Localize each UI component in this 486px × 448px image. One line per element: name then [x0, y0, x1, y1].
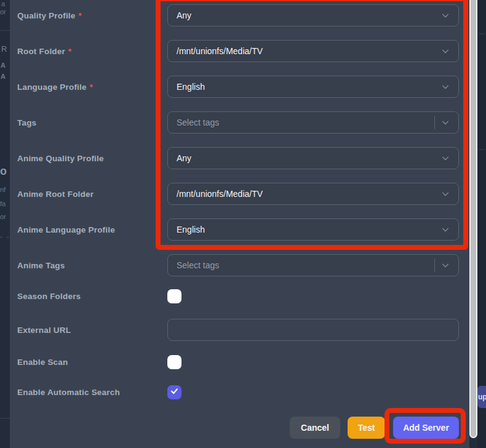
page-backdrop-right: up — [477, 0, 486, 448]
external-url-field[interactable] — [167, 319, 459, 341]
backdrop-text-fragment: or — [0, 8, 6, 15]
chevron-down-icon[interactable] — [441, 118, 450, 127]
root-folder-select[interactable]: /mnt/unionfs/Media/TV — [167, 40, 459, 62]
root-folder-label: Root Folder* — [17, 47, 71, 56]
language-profile-select[interactable]: English — [167, 76, 459, 98]
add-server-modal: Quality Profile* Any Root Folder* /mnt/u… — [10, 0, 469, 448]
form-row-season-folders: Season Folders — [10, 289, 469, 303]
backdrop-text-fragment: or — [0, 213, 6, 220]
form-row-enable-automatic-search: Enable Automatic Search — [10, 385, 469, 399]
backdrop-button-fragment: up — [477, 386, 486, 408]
season-folders-checkbox[interactable] — [167, 289, 181, 303]
anime-tags-label: Anime Tags — [17, 261, 65, 270]
cancel-button[interactable]: Cancel — [290, 417, 340, 439]
season-folders-label: Season Folders — [17, 292, 81, 301]
chevron-down-icon — [441, 11, 450, 20]
quality-profile-select[interactable]: Any — [167, 4, 459, 26]
anime-root-folder-value: /mnt/unionfs/Media/TV — [177, 189, 441, 199]
backdrop-text-fragment: nf — [0, 186, 6, 193]
chevron-down-icon — [441, 225, 450, 234]
form-row-anime-language-profile: Anime Language Profile English — [10, 218, 469, 241]
select-divider — [434, 116, 435, 129]
anime-root-folder-select[interactable]: /mnt/unionfs/Media/TV — [167, 183, 459, 205]
backdrop-text-fragment: - - — [0, 233, 10, 240]
quality-profile-label: Quality Profile* — [17, 11, 82, 20]
anime-quality-profile-value: Any — [177, 153, 441, 163]
required-marker: * — [90, 82, 93, 92]
tags-placeholder: Select tags — [177, 118, 434, 127]
anime-tags-placeholder: Select tags — [177, 260, 434, 270]
chevron-down-icon — [441, 190, 450, 198]
test-button[interactable]: Test — [348, 417, 385, 439]
external-url-input[interactable] — [177, 319, 450, 340]
chevron-down-icon — [441, 154, 450, 162]
anime-language-profile-select[interactable]: English — [167, 218, 459, 241]
required-marker: * — [68, 47, 71, 56]
scrollbar-thumb[interactable] — [471, 0, 476, 437]
chevron-down-icon[interactable] — [441, 261, 450, 270]
screenshot-stage: a or R A A o nf fa or - - Quality Profil… — [0, 0, 486, 448]
backdrop-text-fragment: fa — [0, 200, 6, 207]
tags-label: Tags — [17, 118, 36, 127]
backdrop-divider — [0, 418, 10, 418]
select-divider — [434, 258, 435, 272]
root-folder-value: /mnt/unionfs/Media/TV — [177, 46, 441, 56]
form-row-anime-tags: Anime Tags Select tags — [10, 254, 469, 276]
language-profile-value: English — [177, 82, 441, 92]
form-row-enable-scan: Enable Scan — [10, 355, 469, 369]
checkmark-icon — [170, 386, 179, 398]
chevron-down-icon — [441, 82, 450, 91]
enable-automatic-search-checkbox[interactable] — [167, 385, 181, 399]
form-row-tags: Tags Select tags — [10, 111, 469, 134]
enable-scan-checkbox[interactable] — [167, 355, 181, 369]
page-backdrop-left: a or R A A o nf fa or - - — [0, 0, 10, 448]
language-profile-label: Language Profile* — [17, 82, 93, 92]
backdrop-text-fragment: A — [1, 62, 6, 69]
enable-scan-label: Enable Scan — [17, 358, 68, 367]
backdrop-divider — [0, 30, 10, 31]
quality-profile-value: Any — [177, 10, 441, 20]
enable-automatic-search-label: Enable Automatic Search — [17, 388, 120, 397]
backdrop-divider — [479, 33, 485, 34]
required-marker: * — [79, 11, 82, 20]
anime-tags-multiselect[interactable]: Select tags — [167, 254, 459, 276]
backdrop-divider — [479, 149, 485, 150]
scrollbar[interactable] — [469, 0, 477, 438]
form-row-anime-quality-profile: Anime Quality Profile Any — [10, 147, 469, 169]
anime-quality-profile-label: Anime Quality Profile — [17, 154, 104, 163]
backdrop-text-fragment: A — [1, 73, 6, 80]
anime-quality-profile-select[interactable]: Any — [167, 147, 459, 169]
add-server-button[interactable]: Add Server — [393, 417, 459, 439]
form-row-language-profile: Language Profile* English — [10, 76, 469, 98]
chevron-down-icon — [441, 47, 450, 55]
anime-language-profile-label: Anime Language Profile — [17, 225, 115, 234]
form-row-root-folder: Root Folder* /mnt/unionfs/Media/TV — [10, 40, 469, 62]
form-row-quality-profile: Quality Profile* Any — [10, 4, 469, 26]
anime-root-folder-label: Anime Root Folder — [17, 190, 94, 199]
backdrop-text-fragment: R — [1, 44, 7, 54]
form-row-external-url: External URL — [10, 319, 469, 341]
form-row-anime-root-folder: Anime Root Folder /mnt/unionfs/Media/TV — [10, 183, 469, 205]
backdrop-text-fragment: o — [0, 165, 7, 178]
anime-language-profile-value: English — [177, 225, 441, 234]
external-url-label: External URL — [17, 326, 71, 335]
tags-multiselect[interactable]: Select tags — [167, 111, 459, 134]
backdrop-text-fragment: a — [1, 0, 5, 7]
